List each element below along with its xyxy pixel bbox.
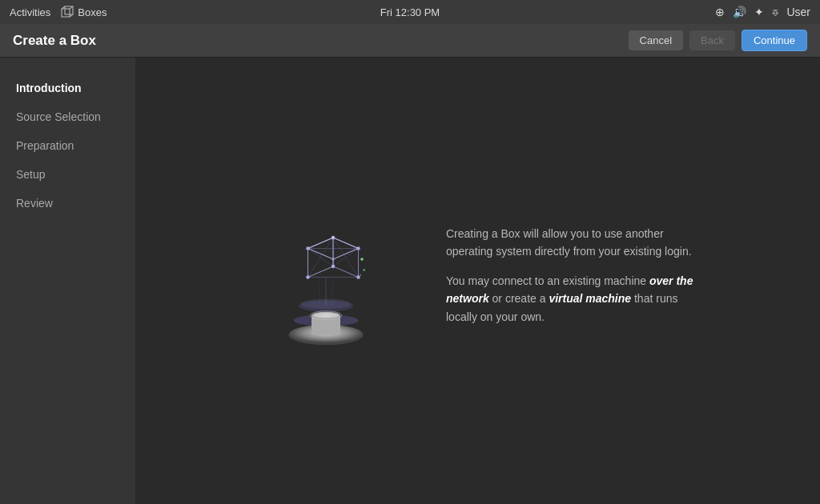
user-menu[interactable]: User bbox=[786, 6, 810, 18]
bluetooth-icon[interactable]: ✦ bbox=[754, 6, 764, 18]
sidebar-item-review[interactable]: Review bbox=[0, 189, 135, 218]
sidebar-item-source-selection[interactable]: Source Selection bbox=[0, 102, 135, 131]
svg-point-25 bbox=[306, 275, 310, 279]
display-icon[interactable]: ⎑ bbox=[772, 6, 778, 18]
desc-bold-vm: virtual machine bbox=[549, 292, 631, 305]
sidebar: Introduction Source Selection Preparatio… bbox=[0, 58, 136, 504]
svg-point-10 bbox=[313, 313, 339, 318]
window-title: Create a Box bbox=[13, 33, 96, 49]
svg-point-28 bbox=[356, 246, 360, 250]
titlebar-buttons: Cancel Back Continue bbox=[629, 30, 807, 51]
svg-point-29 bbox=[356, 275, 360, 279]
svg-point-33 bbox=[360, 274, 361, 276]
back-button[interactable]: Back bbox=[689, 30, 735, 50]
boxes-app-icon bbox=[60, 5, 74, 19]
content-area: Creating a Box will allow you to use ano… bbox=[136, 58, 820, 504]
topbar-left: Activities Boxes bbox=[10, 5, 107, 19]
holographic-box-svg bbox=[262, 209, 390, 353]
system-topbar: Activities Boxes Fri 12:30 PM ⊕ 🔊 ✦ ⎑ Us… bbox=[0, 0, 820, 24]
svg-point-26 bbox=[332, 236, 336, 240]
svg-point-30 bbox=[332, 258, 335, 261]
description-paragraph-2: You may connect to an existing machine o… bbox=[446, 272, 702, 326]
topbar-right: ⊕ 🔊 ✦ ⎑ User bbox=[715, 6, 810, 18]
window-titlebar: Create a Box Cancel Back Continue bbox=[0, 24, 820, 58]
cancel-button[interactable]: Cancel bbox=[629, 30, 683, 50]
svg-rect-0 bbox=[62, 9, 70, 17]
desc-prefix: You may connect to an existing machine bbox=[446, 274, 649, 287]
desc-mid: or create a bbox=[489, 292, 549, 305]
app-name-label: Boxes bbox=[78, 6, 107, 18]
svg-point-31 bbox=[360, 258, 364, 261]
volume-icon[interactable]: 🔊 bbox=[733, 6, 746, 18]
continue-button[interactable]: Continue bbox=[742, 30, 807, 51]
app-icon-boxes: Boxes bbox=[60, 5, 107, 19]
svg-point-32 bbox=[363, 269, 365, 271]
sidebar-item-preparation[interactable]: Preparation bbox=[0, 131, 135, 160]
clock-display: Fri 12:30 PM bbox=[380, 6, 440, 18]
svg-point-24 bbox=[306, 246, 310, 250]
main-content: Introduction Source Selection Preparatio… bbox=[0, 58, 820, 504]
accessibility-icon[interactable]: ⊕ bbox=[715, 6, 725, 18]
box-illustration bbox=[254, 209, 398, 353]
description-text: Creating a Box will allow you to use ano… bbox=[446, 225, 702, 337]
svg-point-27 bbox=[332, 265, 336, 269]
sidebar-item-introduction[interactable]: Introduction bbox=[0, 74, 135, 102]
sidebar-item-setup[interactable]: Setup bbox=[0, 160, 135, 189]
activities-button[interactable]: Activities bbox=[10, 6, 50, 18]
description-paragraph-1: Creating a Box will allow you to use ano… bbox=[446, 225, 702, 261]
